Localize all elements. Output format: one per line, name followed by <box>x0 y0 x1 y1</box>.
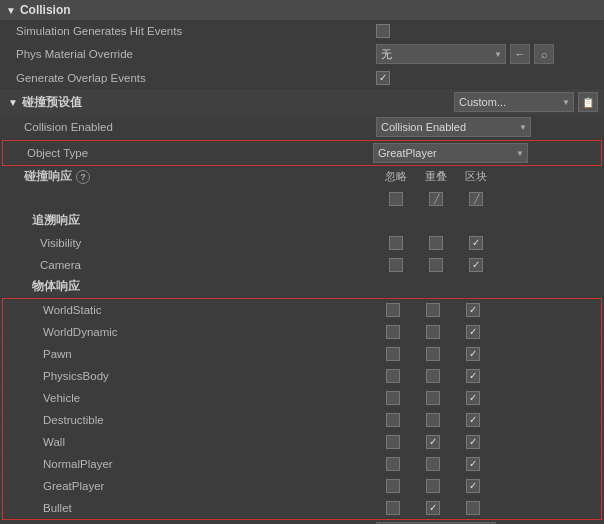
object-response-row: Wall <box>3 431 601 453</box>
obj-overlap-cb-6[interactable] <box>426 435 440 449</box>
object-label-6: Wall <box>43 436 373 448</box>
obj-ignore-cb-4[interactable] <box>386 391 400 405</box>
obj-overlap-cb-9[interactable] <box>426 501 440 515</box>
collision-enabled-row: Collision Enabled Collision Enabled No C… <box>0 115 604 140</box>
obj-block-cb-2[interactable] <box>466 347 480 361</box>
simulation-hit-events-row: Simulation Generates Hit Events <box>0 20 604 42</box>
obj-ignore-cb-9[interactable] <box>386 501 400 515</box>
obj-overlap-cb-2[interactable] <box>426 347 440 361</box>
object-checkboxes-9 <box>373 501 593 515</box>
object-response-row: Vehicle <box>3 387 601 409</box>
trace-block-cb-1[interactable] <box>469 258 483 272</box>
object-label-9: Bullet <box>43 502 373 514</box>
collision-presets-icon-btn[interactable]: 📋 <box>578 92 598 112</box>
obj-overlap-cb-4[interactable] <box>426 391 440 405</box>
object-response-row: Destructible <box>3 409 601 431</box>
phys-material-label: Phys Material Override <box>16 48 376 60</box>
object-checkboxes-2 <box>373 347 593 361</box>
obj-overlap-cb-1[interactable] <box>426 325 440 339</box>
simulation-hit-events-checkbox[interactable] <box>376 24 390 38</box>
phys-material-search-btn[interactable]: ⌕ <box>534 44 554 64</box>
object-response-row: Bullet <box>3 497 601 519</box>
obj-block-cb-1[interactable] <box>466 325 480 339</box>
trace-overlap-cb-0[interactable] <box>429 236 443 250</box>
all-block-checkbox[interactable] <box>469 192 483 206</box>
object-responses-container: WorldStatic WorldDynamic Paw <box>2 298 602 520</box>
overlap-events-label: Generate Overlap Events <box>16 72 376 84</box>
collision-response-label: 碰撞响应 ? <box>24 169 376 184</box>
object-response-row: WorldStatic <box>3 299 601 321</box>
obj-ignore-cb-0[interactable] <box>386 303 400 317</box>
obj-ignore-cb-6[interactable] <box>386 435 400 449</box>
object-checkboxes-0 <box>373 303 593 317</box>
obj-block-cb-3[interactable] <box>466 369 480 383</box>
obj-block-cb-9[interactable] <box>466 501 480 515</box>
collision-enabled-select[interactable]: Collision Enabled No Collision Query Onl… <box>376 117 531 137</box>
obj-ignore-cb-3[interactable] <box>386 369 400 383</box>
collision-enabled-select-wrapper: Collision Enabled No Collision Query Onl… <box>376 117 531 137</box>
trace-ignore-cb-1[interactable] <box>389 258 403 272</box>
object-label-5: Destructible <box>43 414 373 426</box>
obj-overlap-cb-7[interactable] <box>426 457 440 471</box>
obj-ignore-cb-1[interactable] <box>386 325 400 339</box>
collision-enabled-label: Collision Enabled <box>24 121 376 133</box>
obj-block-cb-6[interactable] <box>466 435 480 449</box>
obj-overlap-cb-0[interactable] <box>426 303 440 317</box>
object-type-select-wrapper: GreatPlayer WorldStatic WorldDynamic Paw… <box>373 143 528 163</box>
collision-enabled-value: Collision Enabled No Collision Query Onl… <box>376 117 596 137</box>
trace-label-0: Visibility <box>40 237 376 249</box>
presets-arrow-icon: ▼ <box>8 97 18 108</box>
obj-overlap-cb-5[interactable] <box>426 413 440 427</box>
obj-ignore-cb-8[interactable] <box>386 479 400 493</box>
phys-material-select-wrapper: 无 <box>376 44 506 64</box>
simulation-hit-events-label: Simulation Generates Hit Events <box>16 25 376 37</box>
help-icon[interactable]: ? <box>76 170 90 184</box>
obj-ignore-cb-7[interactable] <box>386 457 400 471</box>
all-overlap-col <box>416 192 456 206</box>
collision-presets-select[interactable]: Custom... <box>454 92 574 112</box>
collision-section-title: Collision <box>20 3 71 17</box>
trace-ignore-cb-0[interactable] <box>389 236 403 250</box>
phys-material-select[interactable]: 无 <box>376 44 506 64</box>
obj-ignore-cb-2[interactable] <box>386 347 400 361</box>
object-label-8: GreatPlayer <box>43 480 373 492</box>
trace-label-1: Camera <box>40 259 376 271</box>
trace-section-label: 追溯响应 <box>0 210 604 232</box>
object-type-value: GreatPlayer WorldStatic WorldDynamic Paw… <box>373 143 593 163</box>
all-block-col <box>456 192 496 206</box>
all-ignore-checkbox[interactable] <box>389 192 403 206</box>
object-checkboxes-4 <box>373 391 593 405</box>
phys-material-value: 无 ← ⌕ <box>376 44 596 64</box>
trace-checkboxes-0 <box>376 236 596 250</box>
phys-material-arrow-btn[interactable]: ← <box>510 44 530 64</box>
obj-block-cb-7[interactable] <box>466 457 480 471</box>
overlap-events-value <box>376 71 596 85</box>
obj-block-cb-8[interactable] <box>466 479 480 493</box>
object-type-label: Object Type <box>27 147 373 159</box>
collision-section-header[interactable]: ▼ Collision <box>0 0 604 20</box>
object-response-row: GreatPlayer <box>3 475 601 497</box>
step-up-row: Can Character Step Up On ECB Yes ECB No … <box>0 520 604 524</box>
object-type-select[interactable]: GreatPlayer WorldStatic WorldDynamic Paw… <box>373 143 528 163</box>
overlap-events-checkbox[interactable] <box>376 71 390 85</box>
simulation-hit-events-value <box>376 24 596 38</box>
object-label-7: NormalPlayer <box>43 458 373 470</box>
obj-block-cb-0[interactable] <box>466 303 480 317</box>
obj-block-cb-5[interactable] <box>466 413 480 427</box>
object-checkboxes-5 <box>373 413 593 427</box>
object-label-2: Pawn <box>43 348 373 360</box>
obj-ignore-cb-5[interactable] <box>386 413 400 427</box>
trace-overlap-cb-1[interactable] <box>429 258 443 272</box>
trace-block-cb-0[interactable] <box>469 236 483 250</box>
collision-presets-label: 碰撞预设值 <box>22 95 454 110</box>
obj-overlap-cb-3[interactable] <box>426 369 440 383</box>
all-overlap-checkbox[interactable] <box>429 192 443 206</box>
all-ignore-col <box>376 192 416 206</box>
object-checkboxes-1 <box>373 325 593 339</box>
collision-presets-select-wrapper: Custom... <box>454 92 574 112</box>
obj-overlap-cb-8[interactable] <box>426 479 440 493</box>
object-label-1: WorldDynamic <box>43 326 373 338</box>
collision-presets-section[interactable]: ▼ 碰撞预设值 Custom... 📋 <box>0 89 604 115</box>
object-checkboxes-6 <box>373 435 593 449</box>
obj-block-cb-4[interactable] <box>466 391 480 405</box>
